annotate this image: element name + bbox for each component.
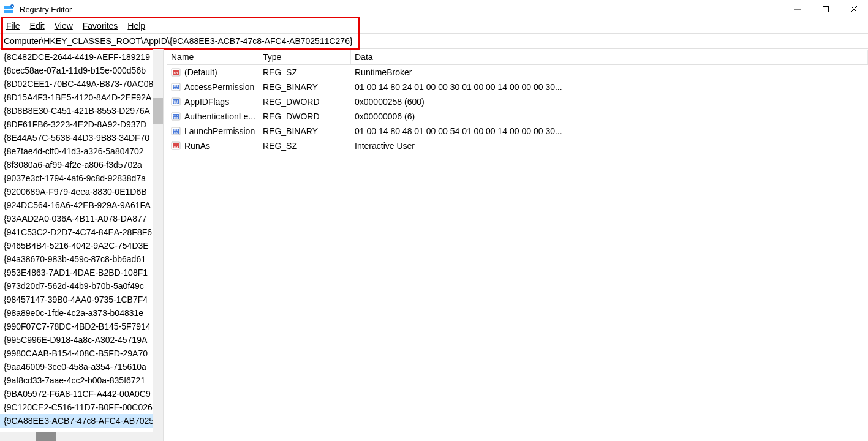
tree-item[interactable]: {9200689A-F979-4eea-8830-0E1D6B <box>0 185 163 198</box>
tree-item[interactable]: {8D02CEE1-70BC-449A-B873-70AC08 <box>0 77 163 91</box>
value-type: REG_SZ <box>263 67 355 77</box>
tree-item[interactable]: {973d20d7-562d-44b9-b70b-5a0f49c <box>0 279 163 293</box>
column-header-name[interactable]: Name <box>167 50 259 64</box>
tree-item[interactable]: {94a38670-983b-459c-87c8-bb6ad61 <box>0 252 163 266</box>
tree-item[interactable]: {924DC564-16A6-42EB-929A-9A61FA <box>0 198 163 212</box>
menu-view[interactable]: View <box>55 21 73 31</box>
tree-item[interactable]: {98a89e0c-1fde-4c2a-a373-b04831e <box>0 306 163 320</box>
tree-item[interactable]: {990F07C7-78DC-4BD2-B145-5F7914 <box>0 320 163 333</box>
menu-bar: File Edit View Favorites Help <box>0 18 868 33</box>
svg-rect-7 <box>823 7 829 12</box>
binary-value-icon: 011110 <box>171 126 181 136</box>
binary-value-icon: 011110 <box>171 97 181 107</box>
tree-item[interactable]: {8cec58ae-07a1-11d9-b15e-000d56b <box>0 64 163 77</box>
tree-item[interactable]: {8DF61FB6-3223-4E2D-8A92-D937D <box>0 118 163 131</box>
tree-panel[interactable]: {8C482DCE-2644-4419-AEFF-189219{8cec58ae… <box>0 49 164 441</box>
value-row[interactable]: 011110LaunchPermissionREG_BINARY01 00 14… <box>167 124 868 138</box>
column-header-data[interactable]: Data <box>351 50 868 64</box>
value-data: 01 00 14 80 48 01 00 00 54 01 00 00 14 0… <box>355 126 868 136</box>
string-value-icon: ab <box>171 67 181 77</box>
tree-item[interactable]: {8C482DCE-2644-4419-AEFF-189219 <box>0 50 163 64</box>
svg-text:110: 110 <box>174 87 179 90</box>
value-type: REG_BINARY <box>263 82 355 92</box>
regedit-icon <box>4 4 15 15</box>
value-name: AppIDFlags <box>184 97 263 107</box>
value-name: RunAs <box>184 141 263 151</box>
value-data: RuntimeBroker <box>355 67 868 77</box>
svg-text:110: 110 <box>174 102 179 105</box>
minimize-button[interactable] <box>783 0 812 18</box>
address-text: Computer\HKEY_CLASSES_ROOT\AppID\{9CA88E… <box>4 36 353 46</box>
value-row[interactable]: 011110AppIDFlagsREG_DWORD0x00000258 (600… <box>167 94 868 109</box>
menu-file[interactable]: File <box>6 21 20 31</box>
value-type: REG_SZ <box>263 141 355 151</box>
tree-item[interactable]: {9BA05972-F6A8-11CF-A442-00A0C9 <box>0 387 163 401</box>
binary-value-icon: 011110 <box>171 111 181 121</box>
svg-text:110: 110 <box>174 131 179 134</box>
tree-item[interactable]: {9aa46009-3ce0-458a-a354-715610a <box>0 360 163 374</box>
values-panel[interactable]: Name Type Data ab(Default)REG_SZRuntimeB… <box>167 49 868 441</box>
tree-item[interactable]: {8E44A57C-5638-44D3-9B83-34DF70 <box>0 131 163 145</box>
tree-item[interactable]: {941C53C2-D2D7-4C74-84EA-28F8F6 <box>0 225 163 239</box>
window-title: Registry Editor <box>20 5 783 14</box>
value-name: AuthenticationLe... <box>184 111 263 121</box>
tree-item[interactable]: {98457147-39B0-4AA0-9735-1CB7F4 <box>0 293 163 306</box>
string-value-icon: ab <box>171 141 181 151</box>
close-button[interactable] <box>840 0 868 18</box>
tree-item[interactable]: {9CA88EE3-ACB7-47c8-AFC4-AB7025 <box>0 414 163 428</box>
value-type: REG_DWORD <box>263 97 355 107</box>
tree-item[interactable]: {995C996E-D918-4a8c-A302-45719A <box>0 333 163 347</box>
tree-item[interactable]: {9980CAAB-B154-408C-B5FD-29A70 <box>0 347 163 360</box>
menu-favorites[interactable]: Favorites <box>83 21 118 31</box>
content-area: {8C482DCE-2644-4419-AEFF-189219{8cec58ae… <box>0 49 868 441</box>
value-type: REG_DWORD <box>263 111 355 121</box>
value-name: (Default) <box>184 67 263 77</box>
tree-item[interactable]: {9037e3cf-1794-4af6-9c8d-92838d7a <box>0 172 163 185</box>
value-row[interactable]: 011110AccessPermissionREG_BINARY01 00 14… <box>167 80 868 94</box>
binary-value-icon: 011110 <box>171 82 181 92</box>
tree-item[interactable]: {8f3080a6-af99-4f2e-a806-f3d5702a <box>0 158 163 172</box>
tree-item[interactable]: {9465B4B4-5216-4042-9A2C-754D3E <box>0 239 163 252</box>
value-row[interactable]: abRunAsREG_SZInteractive User <box>167 138 868 153</box>
tree-item[interactable]: {8e7fae4d-cff0-41d3-a326-5a804702 <box>0 145 163 158</box>
address-bar[interactable]: Computer\HKEY_CLASSES_ROOT\AppID\{9CA88E… <box>0 33 868 49</box>
tree-item[interactable]: {953E4863-7AD1-4DAE-B2BD-108F1 <box>0 266 163 279</box>
tree-item[interactable]: {9af8cd33-7aae-4cc2-b00a-835f6721 <box>0 374 163 387</box>
tree-item[interactable]: {9C120CE2-C516-11D7-B0FE-00C026 <box>0 401 163 414</box>
svg-rect-0 <box>4 6 9 9</box>
maximize-button[interactable] <box>812 0 840 18</box>
menu-help[interactable]: Help <box>127 21 145 31</box>
tree-item[interactable]: {93AAD2A0-036A-4B11-A078-DA877 <box>0 212 163 225</box>
svg-text:ab: ab <box>173 71 178 75</box>
value-name: AccessPermission <box>184 82 263 92</box>
value-data: Interactive User <box>355 141 868 151</box>
value-data: 0x00000006 (6) <box>355 111 868 121</box>
svg-rect-5 <box>12 6 13 7</box>
value-type: REG_BINARY <box>263 126 355 136</box>
value-row[interactable]: ab(Default)REG_SZRuntimeBroker <box>167 65 868 80</box>
column-headers: Name Type Data <box>167 49 868 65</box>
tree-vscrollbar-thumb[interactable] <box>153 98 163 124</box>
tree-hscrollbar-track[interactable] <box>0 432 163 441</box>
tree-item[interactable]: {8D15A4F3-1BE5-4120-8A4D-2EF92A <box>0 91 163 104</box>
title-bar: Registry Editor <box>0 0 868 18</box>
value-row[interactable]: 011110AuthenticationLe...REG_DWORD0x0000… <box>167 109 868 124</box>
svg-text:110: 110 <box>174 116 179 119</box>
column-header-type[interactable]: Type <box>259 50 351 64</box>
value-data: 0x00000258 (600) <box>355 97 868 107</box>
menu-edit[interactable]: Edit <box>30 21 45 31</box>
tree-hscrollbar-thumb[interactable] <box>36 432 56 441</box>
value-name: LaunchPermission <box>184 126 263 136</box>
tree-item[interactable]: {8D8B8E30-C451-421B-8553-D2976A <box>0 104 163 118</box>
svg-text:ab: ab <box>173 145 178 148</box>
svg-rect-1 <box>4 10 9 13</box>
value-data: 01 00 14 80 24 01 00 00 30 01 00 00 14 0… <box>355 82 868 92</box>
svg-rect-3 <box>9 10 13 13</box>
